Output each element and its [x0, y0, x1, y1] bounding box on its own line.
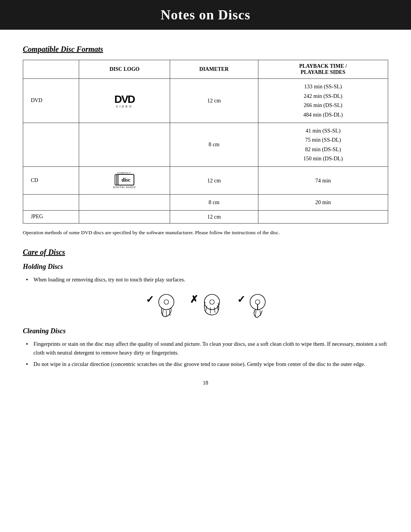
cd-logo-svg: COMPACT disc: [111, 170, 138, 190]
svg-line-25: [255, 310, 256, 316]
page-header: Notes on Discs: [0, 0, 411, 30]
content: Compatible Disc Formats DISC LOGO DIAMET…: [0, 45, 411, 394]
svg-text:disc: disc: [122, 177, 131, 183]
compatible-disc-formats-section: Compatible Disc Formats DISC LOGO DIAMET…: [23, 45, 388, 236]
cleaning-discs-title: Cleaning Discs: [23, 327, 388, 335]
jpeg-diameter: 12 cm: [170, 210, 258, 223]
correct-hold-1-svg: ✓: [143, 291, 177, 318]
jpeg-playback: [258, 210, 388, 223]
disc-type-empty-1: [23, 123, 79, 167]
svg-text:✗: ✗: [190, 294, 198, 305]
cd-logo: COMPACT disc: [111, 170, 138, 190]
disc-formats-table: DISC LOGO DIAMETER PLAYBACK TIME /PLAYAB…: [23, 60, 388, 224]
incorrect-hold-svg: ✗: [188, 291, 223, 318]
svg-point-24: [255, 300, 260, 304]
compatible-disc-formats-title: Compatible Disc Formats: [23, 45, 388, 54]
table-row: 8 cm 20 min: [23, 195, 388, 211]
page-title: Notes on Discs: [15, 7, 396, 23]
disc-logo-empty-2: [79, 195, 170, 211]
svg-text:✓: ✓: [146, 294, 154, 305]
disc-type-jpeg: JPEG: [23, 210, 79, 223]
cd-12cm-diameter: 12 cm: [170, 167, 258, 195]
correct-hold-2-svg: ✓: [234, 291, 268, 318]
table-header-type: [23, 60, 79, 79]
dvd-logo-svg: DVD VIDEO: [109, 91, 140, 108]
svg-line-14: [169, 310, 170, 316]
disc-type-cd: CD: [23, 167, 79, 195]
table-row: 8 cm 41 min (SS-SL) 75 min (SS-DL) 82 mi…: [23, 123, 388, 167]
list-item: Do not wipe in a circular direction (con…: [23, 360, 388, 368]
list-item: Fingerprints or stain on the disc may af…: [23, 340, 388, 357]
cleaning-discs-list: Fingerprints or stain on the disc may af…: [23, 340, 388, 368]
cd-12cm-playback: 74 min: [258, 167, 388, 195]
dvd-logo: DVD VIDEO: [109, 91, 140, 110]
svg-text:DVD: DVD: [115, 93, 135, 105]
cd-8cm-playback: 20 min: [258, 195, 388, 211]
disc-logo-jpeg: [79, 210, 170, 223]
holding-discs-section: Holding Discs When loading or removing d…: [23, 263, 388, 318]
svg-text:VIDEO: VIDEO: [116, 105, 133, 108]
dvd-12cm-diameter: 12 cm: [170, 79, 258, 123]
table-header-playback: PLAYBACK TIME /PLAYABLE SIDES: [258, 60, 388, 79]
correct-hold-2: ✓: [234, 291, 268, 318]
svg-point-17: [210, 300, 214, 304]
disc-handling-illustration: ✓: [23, 291, 388, 318]
holding-discs-title: Holding Discs: [23, 263, 388, 271]
list-item: When loading or removing discs, try not …: [23, 275, 388, 284]
disc-type-dvd: DVD: [23, 79, 79, 123]
disc-logo-cd: COMPACT disc: [79, 167, 170, 195]
dvd-12cm-playback: 133 min (SS-SL) 242 min (SS-DL) 266 min …: [258, 79, 388, 123]
table-row: JPEG 12 cm: [23, 210, 388, 223]
table-header-logo: DISC LOGO: [79, 60, 170, 79]
correct-hold-1: ✓: [143, 291, 177, 318]
incorrect-hold: ✗: [188, 291, 223, 318]
cd-8cm-diameter: 8 cm: [170, 195, 258, 211]
svg-line-20: [214, 307, 215, 313]
dvd-8cm-playback: 41 min (SS-SL) 75 min (SS-DL) 82 min (DS…: [258, 123, 388, 167]
disc-type-empty-2: [23, 195, 79, 211]
page: Notes on Discs Compatible Disc Formats D…: [0, 0, 411, 532]
svg-line-12: [162, 310, 163, 316]
page-number: 18: [23, 380, 388, 394]
disc-logo-dvd: DVD VIDEO: [79, 79, 170, 123]
disc-logo-empty-1: [79, 123, 170, 167]
care-of-discs-title: Care of Discs: [23, 248, 388, 257]
cleaning-discs-section: Cleaning Discs Fingerprints or stain on …: [23, 327, 388, 368]
svg-point-11: [164, 300, 169, 304]
table-row: DVD DVD VIDEO 12 cm: [23, 79, 388, 123]
table-header-diameter: DIAMETER: [170, 60, 258, 79]
svg-point-10: [159, 294, 174, 310]
dvd-8cm-diameter: 8 cm: [170, 123, 258, 167]
svg-text:COMPACT: COMPACT: [117, 172, 131, 174]
svg-text:DIGITAL AUDIO: DIGITAL AUDIO: [113, 186, 136, 189]
svg-text:✓: ✓: [237, 294, 245, 305]
table-row: CD COMPACT: [23, 167, 388, 195]
holding-discs-list: When loading or removing discs, try not …: [23, 275, 388, 284]
disc-formats-note: Operation methods of some DVD discs are …: [23, 229, 388, 236]
care-of-discs-section: Care of Discs Holding Discs When loading…: [23, 248, 388, 369]
